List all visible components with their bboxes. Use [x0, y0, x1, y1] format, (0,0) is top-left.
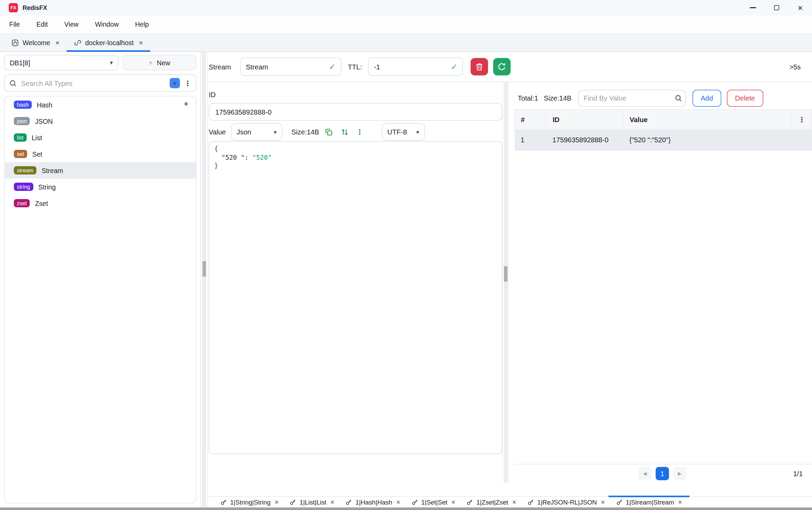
type-item-hash[interactable]: hash Hash [5, 96, 196, 113]
menu-edit[interactable]: Edit [28, 15, 56, 34]
encoding-selector[interactable]: UTF-8 ▾ [382, 123, 425, 141]
search-menu-icon[interactable]: ⋮ [184, 79, 191, 87]
format-selector[interactable]: Json ▾ [231, 123, 282, 141]
id-input[interactable] [215, 108, 496, 116]
splitter-track [504, 82, 508, 483]
search-box: Search All Types ★ ⋮ [4, 75, 197, 92]
page-info: 1/1 [793, 470, 803, 478]
value-menu-icon[interactable]: ⋮ [356, 128, 363, 136]
search-filter-button[interactable]: ★ [170, 78, 180, 88]
splitter-track [202, 52, 206, 508]
value-size-label: Size:14B [292, 128, 319, 136]
delete-key-button[interactable] [471, 58, 488, 76]
type-item-list[interactable]: list List [5, 129, 196, 146]
column-value[interactable]: Value [623, 109, 791, 130]
type-item-set[interactable]: set Set [5, 146, 196, 162]
add-key-icon[interactable]: + [184, 100, 189, 108]
find-by-value-field [578, 90, 686, 107]
key-tab-close-icon[interactable]: × [275, 498, 279, 506]
key-name-input[interactable] [246, 63, 326, 71]
set-label: Set [32, 150, 42, 158]
next-page-button[interactable]: ▶ [673, 467, 687, 480]
tab-welcome[interactable]: Welcome × [4, 34, 67, 51]
json-line-open: { [214, 145, 497, 153]
entries-size: Size:14B [544, 94, 571, 102]
value-editor[interactable]: {"520 ": "520"} [209, 141, 503, 454]
type-item-string[interactable]: string String [5, 179, 196, 195]
sort-button[interactable] [340, 128, 349, 136]
key-tab-list[interactable]: 1|List|List × [284, 497, 340, 508]
menu-view[interactable]: View [56, 15, 87, 34]
app-logo: FX [9, 3, 18, 12]
tab-welcome-label: Welcome [23, 39, 50, 47]
sidebar-splitter [201, 52, 208, 508]
close-icon: × [798, 3, 803, 12]
key-tab-close-icon[interactable]: × [678, 498, 682, 506]
minimize-icon [750, 7, 756, 8]
menu-help[interactable]: Help [127, 15, 157, 34]
sidebar-db-row: DB1[8] ▾ + New [4, 55, 197, 70]
entries-table: # ID Value ⋮ 1 1759635892888-0 [514, 109, 812, 151]
plus-icon: + [149, 58, 153, 67]
title-bar: FX RedisFX × [0, 0, 812, 15]
search-input[interactable]: Search All Types [21, 79, 166, 87]
tab-docker-localhost-label: docker-localhost [85, 39, 134, 47]
json-badge: json [14, 117, 30, 125]
type-item-zset[interactable]: zset Zset [5, 195, 196, 211]
column-index[interactable]: # [514, 109, 546, 130]
add-entry-button[interactable]: Add [692, 90, 721, 107]
type-item-json[interactable]: json JSON [5, 113, 196, 129]
tab-welcome-close-icon[interactable]: × [55, 39, 59, 47]
type-item-stream[interactable]: stream Stream [5, 162, 196, 179]
find-by-value-input[interactable] [584, 94, 675, 102]
maximize-button[interactable] [765, 0, 788, 15]
star-icon: ★ [172, 80, 177, 87]
menu-file[interactable]: File [1, 15, 28, 34]
key-tab-rejson[interactable]: 1|ReJSON-RL|JSON × [522, 497, 610, 508]
ttl-label: TTL: [348, 63, 362, 71]
main-panel: Stream ✓ TTL: ✓ >5s [208, 52, 812, 508]
id-field [209, 103, 503, 121]
splitter-handle[interactable] [202, 261, 206, 277]
tab-docker-localhost-close-icon[interactable]: × [139, 39, 143, 47]
key-tab-close-icon[interactable]: × [396, 498, 400, 506]
search-icon [9, 79, 17, 87]
menu-window[interactable]: Window [87, 15, 127, 34]
table-menu-icon[interactable]: ⋮ [798, 116, 806, 124]
home-icon [11, 39, 19, 47]
json-value: "520" [252, 153, 271, 161]
refresh-button[interactable] [493, 58, 511, 76]
tab-docker-localhost[interactable]: docker-localhost × [67, 34, 150, 51]
ttl-input[interactable] [374, 63, 448, 71]
content-panels: ID Value Json ▾ Size:14B [208, 82, 812, 483]
minimize-button[interactable] [741, 0, 765, 15]
chevron-right-icon: ▶ [678, 471, 681, 476]
key-tab-close-icon[interactable]: × [512, 498, 516, 506]
copy-button[interactable] [324, 128, 333, 136]
detail-panel: ID Value Json ▾ Size:14B [208, 82, 503, 483]
prev-page-button[interactable]: ◀ [638, 467, 652, 480]
new-key-button[interactable]: + New [123, 55, 197, 70]
entries-header: Total:1 Size:14B Add Delete [514, 90, 812, 107]
column-id[interactable]: ID [546, 109, 623, 130]
app-body: DB1[8] ▾ + New Search All Types ★ ⋮ hash… [0, 52, 812, 508]
key-tab-close-icon[interactable]: × [601, 498, 605, 506]
horizontal-scrollbar[interactable] [0, 508, 812, 510]
key-icon [346, 499, 352, 506]
key-tab-close-icon[interactable]: × [330, 498, 334, 506]
key-tab-close-icon[interactable]: × [451, 498, 455, 506]
zset-label: Zset [35, 199, 48, 207]
page-number-button[interactable]: 1 [656, 467, 669, 480]
delete-entry-button[interactable]: Delete [727, 90, 763, 107]
key-tab-stream[interactable]: 1|Stream|Stream × [610, 497, 688, 508]
key-tab-hash[interactable]: 1|Hash|Hash × [340, 497, 406, 508]
json-key: "520 " [221, 153, 245, 161]
splitter-handle[interactable] [504, 266, 508, 282]
key-tab-string[interactable]: 1|String|String × [215, 497, 284, 508]
table-row[interactable]: 1 1759635892888-0 {"520 ":"520"} [514, 130, 812, 150]
key-tab-set[interactable]: 1|Set|Set × [406, 497, 461, 508]
zset-badge: zset [14, 199, 30, 207]
key-tab-zset[interactable]: 1|Zset|Zset × [461, 497, 522, 508]
db-selector[interactable]: DB1[8] ▾ [4, 55, 119, 70]
close-button[interactable]: × [788, 0, 812, 15]
